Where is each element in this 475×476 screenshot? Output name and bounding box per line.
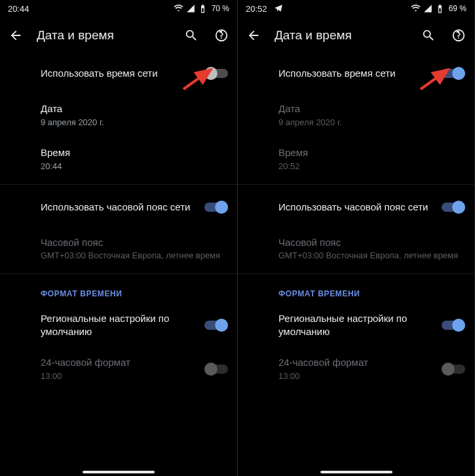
phone-pane-0: 20:44 70 % Дата и время Использовать вре…: [0, 0, 237, 476]
battery-icon: [435, 4, 445, 14]
status-time: 20:44: [8, 4, 29, 14]
help-button[interactable]: [212, 26, 231, 45]
divider: [0, 184, 237, 185]
switch-thumb: [204, 363, 218, 376]
toggle-switch[interactable]: [442, 67, 465, 80]
row-label: Региональные настройки по умолчанию: [278, 312, 435, 338]
back-button[interactable]: [7, 26, 25, 45]
switch-thumb: [215, 319, 228, 332]
divider: [0, 273, 237, 274]
row-value: 13:00: [278, 371, 435, 382]
row-use-network-tz[interactable]: Использовать часовой пояс сети: [238, 188, 474, 227]
toggle-switch[interactable]: [204, 319, 228, 332]
battery-percent: 69 %: [449, 4, 466, 13]
wifi-icon: [411, 4, 421, 14]
switch-thumb: [452, 319, 465, 332]
row-value: 20:44: [41, 161, 225, 172]
row-value: 9 апреля 2020 г.: [41, 117, 225, 129]
toggle-switch[interactable]: [204, 67, 228, 80]
page-title: Дата и время: [37, 28, 170, 43]
signal-icon: [186, 4, 195, 13]
settings-list: Использовать время сети Дата 9 апреля 20…: [0, 54, 237, 391]
row-label: Часовой пояс: [41, 236, 225, 249]
gesture-nav-bar[interactable]: [83, 471, 155, 473]
row-regional-default[interactable]: Региональные настройки по умолчанию: [0, 303, 237, 347]
toggle-switch[interactable]: [204, 201, 228, 214]
toggle-switch: [204, 363, 228, 376]
row-date[interactable]: Дата 9 апреля 2020 г.: [0, 93, 237, 137]
row-timezone: Часовой пояс GMT+03:00 Восточная Европа,…: [0, 227, 237, 271]
search-button[interactable]: [419, 26, 438, 45]
row-label: Использовать время сети: [278, 67, 435, 80]
page-title: Дата и время: [275, 28, 408, 43]
row-label: Дата: [278, 102, 463, 115]
settings-list: Использовать время сети Дата 9 апреля 20…: [238, 54, 474, 391]
row-24h-format: 24-часовой формат 13:00: [238, 347, 474, 391]
row-timezone: Часовой пояс GMT+03:00 Восточная Европа,…: [238, 227, 474, 271]
toggle-switch[interactable]: [442, 319, 465, 332]
battery-percent: 70 %: [212, 4, 229, 13]
row-label: Время: [41, 146, 225, 159]
search-button[interactable]: [182, 26, 200, 45]
section-header-time-format: ФОРМАТ ВРЕМЕНИ: [0, 277, 237, 303]
row-value: GMT+03:00 Восточная Европа, летнее время: [278, 250, 463, 262]
row-24h-format: 24-часовой формат 13:00: [0, 347, 237, 391]
row-value: 9 апреля 2020 г.: [278, 117, 463, 129]
row-use-network-time[interactable]: Использовать время сети: [0, 54, 237, 93]
row-label: Использовать часовой пояс сети: [41, 201, 198, 214]
toggle-switch[interactable]: [442, 201, 465, 214]
battery-icon: [198, 4, 208, 14]
row-label: 24-часовой формат: [41, 356, 198, 369]
row-time[interactable]: Время 20:44: [0, 137, 237, 181]
signal-icon: [423, 4, 432, 13]
row-value: 20:52: [278, 161, 463, 172]
row-label: Дата: [41, 102, 225, 115]
switch-thumb: [452, 201, 465, 214]
status-bar: 20:52 69 %: [238, 0, 474, 17]
switch-thumb: [215, 201, 228, 214]
divider: [238, 184, 474, 185]
wifi-icon: [174, 4, 183, 14]
telegram-icon: [274, 3, 283, 14]
row-label: Время: [278, 146, 463, 159]
gesture-nav-bar[interactable]: [320, 471, 392, 473]
row-label: Использовать часовой пояс сети: [278, 201, 435, 214]
back-button[interactable]: [244, 26, 263, 45]
row-date: Дата 9 апреля 2020 г.: [238, 93, 474, 137]
divider: [238, 273, 474, 274]
row-label: 24-часовой формат: [278, 356, 435, 369]
row-value: GMT+03:00 Восточная Европа, летнее время: [41, 250, 225, 262]
phone-pane-1: 20:52 69 % Дата и время Использовать вре…: [237, 0, 474, 476]
row-use-network-time[interactable]: Использовать время сети: [238, 54, 474, 93]
status-icons: 69 %: [411, 4, 466, 14]
help-button[interactable]: [449, 26, 468, 45]
status-icons: 70 %: [174, 4, 229, 14]
app-bar: Дата и время: [0, 17, 237, 54]
switch-thumb: [204, 67, 218, 80]
row-use-network-tz[interactable]: Использовать часовой пояс сети: [0, 188, 237, 227]
row-time: Время 20:52: [238, 137, 474, 181]
row-label: Региональные настройки по умолчанию: [41, 312, 198, 338]
section-header-time-format: ФОРМАТ ВРЕМЕНИ: [238, 277, 474, 303]
app-bar: Дата и время: [238, 17, 474, 54]
row-label: Использовать время сети: [41, 67, 198, 80]
switch-thumb: [452, 67, 465, 80]
toggle-switch: [442, 363, 465, 376]
status-time: 20:52: [246, 4, 267, 14]
row-regional-default[interactable]: Региональные настройки по умолчанию: [238, 303, 474, 347]
switch-thumb: [442, 363, 455, 376]
status-bar: 20:44 70 %: [0, 0, 237, 17]
row-label: Часовой пояс: [278, 236, 463, 249]
row-value: 13:00: [41, 371, 198, 382]
